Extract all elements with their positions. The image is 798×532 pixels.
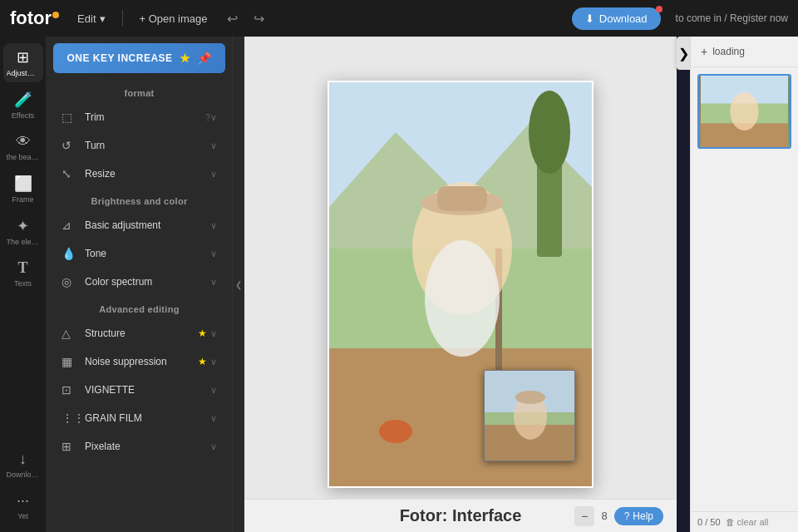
canvas-area: Fotor: Interface − 8 ? Help	[244, 37, 677, 532]
trim-icon: ⬚	[62, 111, 80, 124]
sidebar-item-more[interactable]: ··· Yet	[3, 487, 43, 525]
color-spectrum-icon: ◎	[62, 275, 80, 288]
noise-suppression-arrow-icon: ∨	[210, 357, 217, 367]
grain-film-arrow-icon: ∨	[210, 413, 217, 424]
turn-label: Turn	[85, 140, 210, 151]
tool-resize[interactable]: ⤡ Resize ∨	[52, 160, 227, 187]
help-button[interactable]: ? Help	[614, 507, 663, 525]
sidebar-item-download-label: Download	[7, 470, 40, 479]
sidebar-item-adjustments-label: Adjustme...	[7, 69, 40, 77]
collapse-arrow-icon: ❮	[235, 280, 242, 289]
svg-rect-9	[437, 186, 487, 211]
zoom-out-button[interactable]: −	[574, 506, 594, 526]
open-image-button[interactable]: + Open image	[133, 9, 214, 28]
tool-vignette[interactable]: ⊡ VIGNETTE ∨	[52, 377, 227, 403]
svg-point-4	[529, 91, 570, 174]
more-icon: ···	[17, 492, 29, 510]
tone-arrow-icon: ∨	[210, 249, 217, 259]
help-circle-icon: ?	[624, 510, 630, 522]
download-button[interactable]: ⬇ Download	[572, 7, 661, 30]
color-spectrum-label: Color spectrum	[85, 276, 210, 288]
tool-turn[interactable]: ↺ Turn ∨	[52, 132, 227, 159]
tool-trim[interactable]: ⬚ Trim ? ∨	[52, 104, 227, 131]
frame-icon: ⬜	[14, 175, 32, 193]
vignette-arrow-icon: ∨	[210, 385, 217, 396]
svg-point-11	[379, 420, 412, 443]
redo-button[interactable]: ↪	[248, 7, 271, 30]
thumbnail-item-1[interactable]	[697, 74, 791, 149]
help-label: Help	[633, 510, 653, 522]
canvas-image	[328, 81, 594, 488]
clear-all-button[interactable]: 🗑 clear all	[726, 517, 769, 527]
right-expand-icon: ❯	[678, 46, 689, 62]
tool-tone[interactable]: 💧 Tone ∨	[52, 240, 227, 267]
trash-icon: 🗑	[726, 517, 735, 527]
right-count-bar: 0 / 50 🗑 clear all	[691, 511, 798, 532]
tool-basic-adjustment[interactable]: ⊿ Basic adjustment ∨	[52, 212, 227, 239]
sidebar-item-elements[interactable]: ✦ The elem...	[3, 212, 43, 251]
beauty-icon: 👁	[16, 133, 31, 150]
sidebar-item-texts-label: Texts	[7, 279, 40, 288]
canvas-bottom-bar: Fotor: Interface − 8 ? Help	[244, 499, 677, 532]
undo-redo-group: ↩ ↪	[221, 7, 271, 30]
main-layout: ⊞ Adjustme... 🧪 Effects 👁 the beauty ⬜ F…	[0, 37, 798, 532]
texts-icon: T	[17, 259, 27, 277]
right-expand-button[interactable]: ❯	[677, 37, 690, 70]
collapse-panel[interactable]: ❮	[233, 37, 244, 532]
pin-icon: 📌	[197, 52, 212, 65]
grain-film-label: GRAIN FILM	[85, 412, 210, 424]
notification-dot	[656, 6, 663, 12]
icon-sidebar: ⊞ Adjustme... 🧪 Effects 👁 the beauty ⬜ F…	[0, 37, 47, 532]
resize-label: Resize	[85, 168, 210, 180]
pixelate-icon: ⊞	[62, 440, 80, 453]
one-key-increase-button[interactable]: ONE KEY INCREASE ★ 📌	[53, 43, 225, 73]
tool-pixelate[interactable]: ⊞ Pixelate ∨	[52, 433, 227, 460]
turn-arrow-icon: ∨	[210, 140, 217, 151]
topbar-divider-1	[122, 10, 123, 27]
canvas-title: Fotor: Interface	[400, 506, 522, 525]
structure-arrow-icon: ∨	[210, 328, 217, 339]
tool-structure[interactable]: △ Structure ★ ∨	[52, 320, 227, 347]
vignette-label: VIGNETTE	[85, 384, 210, 396]
resize-arrow-icon: ∨	[210, 169, 217, 180]
adjustments-icon: ⊞	[17, 48, 29, 66]
sidebar-item-beauty[interactable]: 👁 the beauty	[3, 128, 43, 166]
noise-suppression-icon: ▦	[62, 355, 80, 368]
sidebar-item-more-label: Yet	[7, 512, 40, 520]
tool-grain-film[interactable]: ⋮⋮ GRAIN FILM ∨	[52, 405, 227, 431]
clear-all-label: clear all	[737, 517, 769, 527]
noise-suppression-label: Noise suppression	[85, 356, 198, 367]
tool-color-spectrum[interactable]: ◎ Color spectrum ∨	[52, 268, 227, 295]
star-icon: ★	[180, 52, 191, 65]
basic-adjustment-icon: ⊿	[62, 219, 80, 232]
add-icon: +	[701, 45, 707, 58]
brightness-section-header: Brightness and color	[47, 188, 232, 211]
sidebar-item-elements-label: The elem...	[7, 238, 40, 246]
sidebar-item-frame[interactable]: ⬜ Frame	[3, 170, 43, 209]
tools-panel: ONE KEY INCREASE ★ 📌 format ⬚ Trim ? ∨ ↺…	[47, 37, 233, 532]
trim-arrow-icon: ∨	[210, 112, 217, 123]
download-icon: ⬇	[585, 12, 594, 25]
app-logo: fotor	[10, 7, 59, 29]
structure-label: Structure	[85, 328, 198, 339]
sidebar-download-icon: ↓	[19, 451, 27, 468]
open-image-label: + Open image	[140, 12, 208, 25]
canvas-image-container	[328, 81, 594, 488]
sidebar-item-adjustments[interactable]: ⊞ Adjustme...	[3, 43, 43, 82]
undo-button[interactable]: ↩	[221, 7, 244, 30]
edit-menu-button[interactable]: Edit ▾	[71, 9, 111, 28]
basic-adjustment-label: Basic adjustment	[85, 219, 210, 231]
sidebar-item-texts[interactable]: T Texts	[3, 254, 43, 293]
edit-chevron-icon: ▾	[100, 12, 106, 25]
one-key-label: ONE KEY INCREASE	[66, 52, 172, 64]
canvas-controls: − 8 ? Help	[574, 506, 663, 526]
floating-thumb-inner	[485, 371, 574, 461]
turn-icon: ↺	[62, 139, 80, 152]
register-link[interactable]: to come in / Register now	[676, 12, 788, 24]
sidebar-item-download[interactable]: ↓ Download	[3, 446, 43, 484]
svg-point-18	[515, 391, 545, 404]
tone-icon: 💧	[62, 247, 80, 260]
sidebar-item-effects[interactable]: 🧪 Effects	[3, 86, 43, 125]
structure-premium-icon: ★	[198, 328, 207, 339]
tool-noise-suppression[interactable]: ▦ Noise suppression ★ ∨	[52, 348, 227, 375]
